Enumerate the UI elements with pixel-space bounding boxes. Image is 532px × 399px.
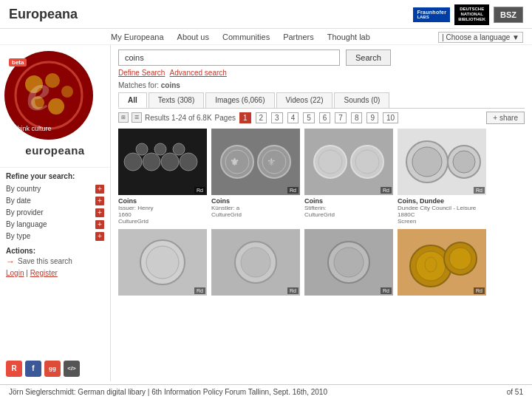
nav-communities[interactable]: Communities	[222, 33, 270, 41]
result-thumb-7[interactable]: Rd	[304, 229, 393, 296]
svg-text:⚜: ⚜	[230, 156, 239, 168]
result-item-4[interactable]: Rd Coins, Dundee Dundee City Council - L…	[398, 129, 486, 225]
search-input[interactable]	[118, 50, 340, 66]
item-overlay-7: Rd	[381, 287, 392, 294]
result-thumb-4[interactable]: Rd	[398, 129, 486, 195]
tab-videos[interactable]: Videos (22)	[276, 92, 333, 108]
result-thumb-6[interactable]: Rd	[211, 229, 300, 296]
logo-text-area: europeana	[4, 141, 106, 161]
page-3[interactable]: 3	[271, 112, 283, 123]
svg-point-14	[136, 143, 148, 155]
page-10[interactable]: 10	[383, 112, 398, 123]
refine-by-type[interactable]: By type +	[6, 231, 104, 242]
refine-by-provider[interactable]: By provider +	[6, 207, 104, 219]
header-logos: Fraunhofer LABS DEUTSCHENATIONALBIBLIOTH…	[413, 4, 523, 25]
result-source-4: Dundee City Council - Leisure	[398, 205, 486, 211]
result-item-2[interactable]: ⚜ ⚜ Rd Coins Künstler: a CultureGrid	[211, 129, 300, 225]
expand-provider-icon[interactable]: +	[95, 208, 104, 217]
login-register-area: Login | Register	[6, 269, 104, 277]
svg-point-39	[241, 248, 270, 277]
result-title-4: Coins, Dundee	[398, 197, 486, 205]
nav-partners[interactable]: Partners	[283, 33, 314, 41]
nav-about-us[interactable]: About us	[177, 33, 209, 41]
svg-text:think culture: think culture	[16, 125, 52, 132]
page-7[interactable]: 7	[335, 112, 347, 123]
search-button[interactable]: Search	[346, 50, 391, 66]
svg-point-12	[161, 153, 179, 171]
logo-area: beta e think cu	[0, 45, 110, 167]
tab-sounds[interactable]: Sounds (0)	[334, 92, 389, 108]
expand-country-icon[interactable]: +	[95, 185, 104, 194]
refine-by-date[interactable]: By date +	[6, 195, 104, 207]
header: Europeana Fraunhofer LABS DEUTSCHENATION…	[0, 0, 532, 29]
register-link[interactable]: Register	[30, 269, 58, 277]
coin-image-4	[398, 129, 486, 195]
google-icon[interactable]: gg	[44, 361, 61, 377]
result-item-1[interactable]: Rd Coins Issuer: Henry 1660 CultureGrid	[118, 129, 207, 225]
page-5[interactable]: 5	[303, 112, 315, 123]
result-thumb-3[interactable]: Rd	[304, 129, 393, 195]
result-tabs: All Texts (308) Images (6,066) Videos (2…	[118, 92, 525, 109]
item-overlay-4: Rd	[474, 187, 485, 194]
grid-view-icon[interactable]: ⊞	[118, 112, 129, 123]
refine-by-country[interactable]: By country +	[6, 183, 104, 195]
expand-type-icon[interactable]: +	[95, 232, 104, 241]
nav-thought-lab[interactable]: Thought lab	[327, 33, 370, 41]
result-item-8[interactable]: Rd	[398, 229, 486, 298]
page-8[interactable]: 8	[351, 112, 363, 123]
tab-texts[interactable]: Texts (308)	[149, 92, 204, 108]
svg-point-47	[449, 248, 471, 270]
result-source-2: Künstler: a	[211, 205, 300, 211]
result-provider-3: CultureGrid	[304, 211, 393, 218]
login-link[interactable]: Login	[6, 269, 24, 277]
search-bar: Search	[118, 50, 525, 66]
result-thumb-5[interactable]: Rd	[118, 229, 207, 296]
expand-date-icon[interactable]: +	[95, 197, 104, 205]
define-search-link[interactable]: Define Search	[118, 69, 165, 77]
coin-image-6	[211, 229, 300, 296]
navbar: My Europeana About us Communities Partne…	[0, 29, 532, 45]
rss-icon[interactable]: R	[6, 361, 22, 377]
item-overlay-8: Rd	[474, 287, 485, 294]
page-4[interactable]: 4	[287, 112, 299, 123]
tab-images[interactable]: Images (6,066)	[205, 92, 274, 108]
advanced-search-link[interactable]: Advanced search	[170, 69, 227, 77]
svg-point-11	[143, 153, 160, 171]
page-2[interactable]: 2	[256, 112, 267, 123]
result-item-5[interactable]: Rd	[118, 229, 207, 298]
result-thumb-2[interactable]: ⚜ ⚜ Rd	[211, 129, 300, 195]
share-button[interactable]: + share	[486, 112, 525, 124]
result-provider-2: CultureGrid	[211, 211, 300, 218]
result-source-1: Issuer: Henry	[118, 205, 207, 211]
svg-point-45	[416, 251, 446, 281]
page-6[interactable]: 6	[319, 112, 331, 123]
result-item-6[interactable]: Rd	[211, 229, 300, 298]
svg-text:⚜: ⚜	[267, 156, 276, 168]
embed-icon[interactable]: </>	[64, 361, 80, 377]
nav-my-europeana[interactable]: My Europeana	[111, 33, 164, 41]
page-1[interactable]: 1	[239, 112, 251, 123]
svg-point-13	[180, 153, 197, 171]
result-item-3[interactable]: Rd Coins Stifterin: CultureGrid	[304, 129, 393, 225]
page-info: of 51	[507, 388, 523, 396]
svg-point-25	[314, 146, 347, 178]
language-selector[interactable]: | Choose a language ▼	[438, 32, 523, 43]
page-9[interactable]: 9	[366, 112, 378, 123]
svg-point-33	[453, 151, 475, 173]
result-item-7[interactable]: Rd	[304, 229, 393, 298]
tab-all[interactable]: All	[118, 92, 147, 108]
result-title-3: Coins	[304, 197, 393, 205]
refine-search-area: Refine your search: By country + By date…	[0, 167, 110, 282]
refine-by-language[interactable]: By language +	[6, 219, 104, 231]
coin-image-2: ⚜ ⚜	[211, 129, 300, 195]
search-term: coins	[161, 81, 180, 89]
item-overlay-1: Rd	[194, 187, 205, 194]
main-layout: beta e think cu	[0, 45, 532, 381]
list-view-icon[interactable]: ☰	[132, 112, 142, 123]
facebook-icon[interactable]: f	[25, 361, 41, 377]
save-search-link[interactable]: → Save this search	[6, 256, 104, 267]
result-thumb-1[interactable]: Rd	[118, 129, 207, 195]
result-year-4: 1880C	[398, 211, 486, 218]
result-thumb-8[interactable]: Rd	[398, 229, 486, 296]
expand-language-icon[interactable]: +	[95, 220, 104, 229]
